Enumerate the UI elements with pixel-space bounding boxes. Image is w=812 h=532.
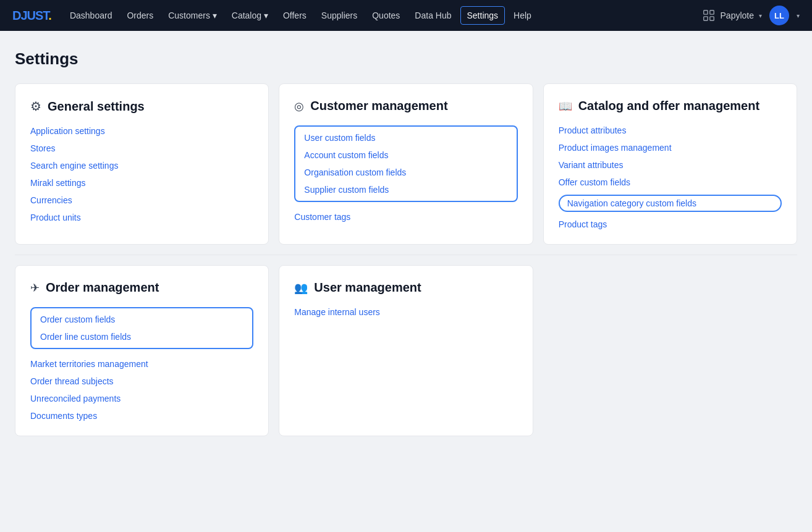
store-chevron: ▾	[759, 12, 762, 19]
catalog-icon: 📖	[559, 99, 572, 113]
link-documents-types[interactable]: Documents types	[30, 411, 253, 421]
page-title: Settings	[15, 49, 797, 69]
nav-right: Papylote ▾ LL ▾	[702, 6, 800, 25]
logo[interactable]: DJUST.	[12, 9, 51, 23]
card-general: ⚙ General settings Application settings …	[15, 83, 269, 245]
link-mirakl[interactable]: Mirakl settings	[30, 178, 253, 188]
link-nav-category-custom[interactable]: Navigation category custom fields	[559, 195, 782, 212]
card-order: ✈ Order management Order custom fields O…	[15, 265, 269, 436]
link-search-engine[interactable]: Search engine settings	[30, 161, 253, 171]
link-organisation-custom[interactable]: Organisation custom fields	[304, 167, 507, 177]
link-product-images[interactable]: Product images management	[559, 143, 782, 153]
card-customer-links: User custom fields Account custom fields…	[294, 125, 517, 222]
card-user-title: User management	[314, 281, 421, 295]
card-general-header: ⚙ General settings	[30, 99, 253, 114]
customer-icon: ◎	[294, 99, 304, 113]
link-manage-internal-users[interactable]: Manage internal users	[294, 307, 517, 317]
user-avatar[interactable]: LL	[769, 6, 789, 25]
logo-text: DJUST	[12, 9, 48, 22]
logo-dot: .	[48, 9, 51, 22]
nav-datahub[interactable]: Data Hub	[408, 7, 457, 24]
card-catalog-links: Product attributes Product images manage…	[559, 125, 782, 229]
card-catalog: 📖 Catalog and offer management Product a…	[543, 83, 797, 245]
nav-orders[interactable]: Orders	[121, 7, 159, 24]
empty-placeholder	[543, 265, 797, 436]
settings-grid-bottom: ✈ Order management Order custom fields O…	[15, 265, 797, 436]
svg-rect-0	[703, 11, 707, 14]
link-stores[interactable]: Stores	[30, 143, 253, 153]
link-variant-attributes[interactable]: Variant attributes	[559, 160, 782, 170]
link-product-units[interactable]: Product units	[30, 213, 253, 222]
user-icon: 👥	[294, 281, 308, 295]
card-customer-header: ◎ Customer management	[294, 99, 517, 113]
card-general-links: Application settings Stores Search engin…	[30, 126, 253, 222]
link-unreconciled[interactable]: Unreconciled payments	[30, 394, 253, 403]
nav-suppliers[interactable]: Suppliers	[315, 7, 363, 24]
nav-customers[interactable]: Customers ▾	[162, 7, 223, 24]
link-order-custom[interactable]: Order custom fields	[40, 315, 243, 324]
card-order-title: Order management	[46, 281, 159, 295]
nav-dashboard[interactable]: Dashboard	[64, 7, 119, 24]
link-product-attributes[interactable]: Product attributes	[559, 125, 782, 135]
card-user: 👥 User management Manage internal users	[279, 265, 533, 436]
card-order-links: Order custom fields Order line custom fi…	[30, 307, 253, 421]
store-name: Papylote	[721, 11, 754, 20]
order-fields-group: Order custom fields Order line custom fi…	[30, 307, 253, 349]
store-switcher[interactable]: Papylote ▾	[702, 9, 762, 22]
navbar: DJUST. Dashboard Orders Customers ▾ Cata…	[0, 0, 812, 31]
card-catalog-header: 📖 Catalog and offer management	[559, 99, 782, 113]
svg-rect-3	[709, 17, 713, 20]
card-order-header: ✈ Order management	[30, 281, 253, 295]
gear-icon: ⚙	[30, 99, 41, 114]
avatar-chevron: ▾	[797, 12, 800, 19]
link-customer-tags[interactable]: Customer tags	[294, 212, 517, 222]
link-order-thread[interactable]: Order thread subjects	[30, 376, 253, 386]
link-order-line-custom[interactable]: Order line custom fields	[40, 332, 243, 342]
card-customer-title: Customer management	[310, 99, 447, 113]
nav-offers[interactable]: Offers	[277, 7, 313, 24]
nav-quotes[interactable]: Quotes	[366, 7, 406, 24]
card-user-header: 👥 User management	[294, 281, 517, 295]
svg-rect-2	[703, 17, 707, 20]
nav-settings[interactable]: Settings	[460, 6, 505, 25]
card-catalog-title: Catalog and offer management	[578, 99, 759, 113]
link-user-custom[interactable]: User custom fields	[304, 133, 507, 143]
section-divider	[15, 255, 797, 255]
store-icon	[702, 9, 716, 22]
settings-grid-top: ⚙ General settings Application settings …	[15, 83, 797, 245]
link-account-custom[interactable]: Account custom fields	[304, 150, 507, 160]
link-product-tags[interactable]: Product tags	[559, 219, 782, 229]
card-general-title: General settings	[48, 99, 145, 114]
card-user-links: Manage internal users	[294, 307, 517, 317]
link-market-territories[interactable]: Market territories management	[30, 359, 253, 369]
svg-rect-1	[709, 11, 713, 14]
card-customer: ◎ Customer management User custom fields…	[279, 83, 533, 245]
order-icon: ✈	[30, 281, 40, 295]
customer-fields-group: User custom fields Account custom fields…	[294, 125, 517, 202]
nav-catalog[interactable]: Catalog ▾	[226, 7, 274, 24]
link-currencies[interactable]: Currencies	[30, 195, 253, 205]
settings-page: Settings ⚙ General settings Application …	[0, 31, 812, 455]
link-offer-custom[interactable]: Offer custom fields	[559, 177, 782, 187]
link-application-settings[interactable]: Application settings	[30, 126, 253, 136]
link-supplier-custom[interactable]: Supplier custom fields	[304, 185, 507, 195]
nav-help[interactable]: Help	[507, 7, 538, 24]
